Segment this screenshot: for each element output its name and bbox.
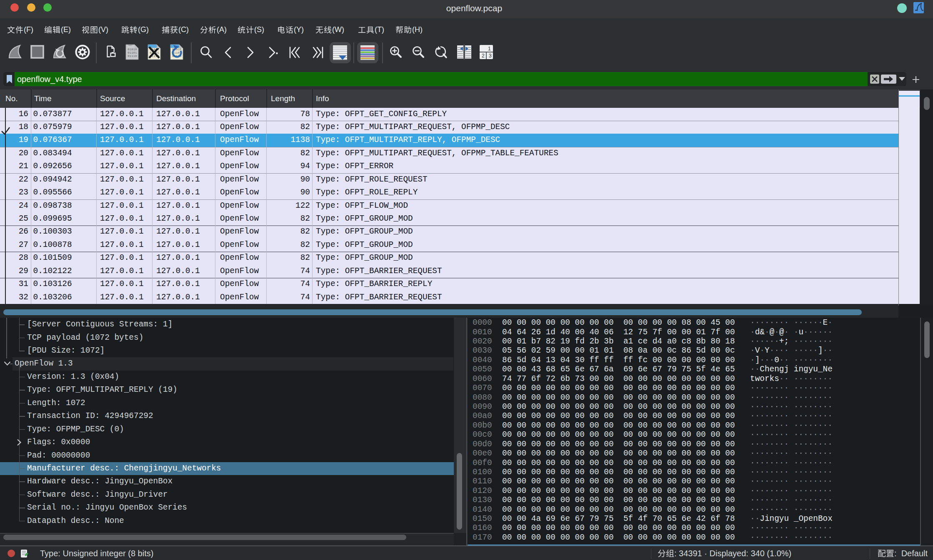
svg-text:1: 1 <box>488 46 491 52</box>
svg-text:01110: 01110 <box>128 55 137 58</box>
svg-text:01101: 01101 <box>128 51 137 55</box>
svg-text:2: 2 <box>482 53 485 59</box>
svg-text:3: 3 <box>489 53 492 59</box>
svg-text:01010: 01010 <box>128 48 137 51</box>
